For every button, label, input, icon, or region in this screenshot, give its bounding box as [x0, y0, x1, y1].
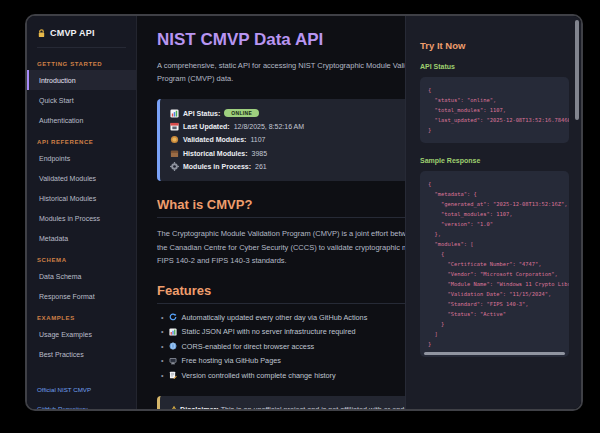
- calendar-icon: [170, 122, 179, 131]
- try-it-now-panel: Try It Now API Status { "status": "onlin…: [405, 16, 581, 409]
- sidebar: CMVP API GETTING STARTED Introduction Qu…: [27, 16, 137, 409]
- sidebar-item-historical-modules[interactable]: Historical Modules: [27, 188, 136, 208]
- app-logo: CMVP API: [27, 28, 136, 38]
- sidebar-item-authentication[interactable]: Authentication: [27, 110, 136, 130]
- last-updated-label: Last Updated:: [183, 123, 230, 130]
- desktop-icon: [169, 356, 178, 365]
- vertical-scrollbar[interactable]: [575, 20, 579, 120]
- in-process-label: Modules in Process:: [183, 163, 251, 170]
- status-row-api-status: API Status: ONLINE: [170, 107, 443, 120]
- memo-icon: [169, 371, 178, 380]
- app-window: CMVP API GETTING STARTED Introduction Qu…: [25, 14, 583, 411]
- app-title: CMVP API: [50, 28, 95, 38]
- sidebar-item-metadata[interactable]: Metadata: [27, 228, 136, 248]
- status-row-validated: Validated Modules: 1107: [170, 133, 443, 146]
- sidebar-item-response-format[interactable]: Response Format: [27, 286, 136, 306]
- status-row-last-updated: Last Updated: 12/8/2025, 8:52:16 AM: [170, 120, 443, 133]
- sidebar-item-quick-start[interactable]: Quick Start: [27, 90, 136, 110]
- globe-icon: [169, 342, 178, 351]
- sidebar-item-endpoints[interactable]: Endpoints: [27, 148, 136, 168]
- sidebar-external-links: Official NIST CMVP GitHub Repository: [27, 380, 136, 409]
- link-official-nist-cmvp[interactable]: Official NIST CMVP: [27, 380, 136, 399]
- historical-modules-label: Historical Modules:: [183, 150, 248, 157]
- sidebar-heading-getting-started: GETTING STARTED: [27, 52, 136, 70]
- api-status-code-block: { "status": "online", "total_modules": 1…: [420, 77, 569, 143]
- sidebar-heading-examples: EXAMPLES: [27, 306, 136, 324]
- bar-chart-icon: [170, 109, 179, 118]
- status-row-in-process: Modules in Process: 261: [170, 160, 443, 173]
- sidebar-item-usage-examples[interactable]: Usage Examples: [27, 324, 136, 344]
- sidebar-item-introduction[interactable]: Introduction: [27, 70, 136, 90]
- medal-icon: [170, 135, 179, 144]
- sidebar-item-best-practices[interactable]: Best Practices: [27, 344, 136, 364]
- sample-response-heading: Sample Response: [420, 157, 569, 164]
- disclaimer-label: Disclaimer:: [180, 405, 219, 409]
- sidebar-item-data-schema[interactable]: Data Schema: [27, 266, 136, 286]
- validated-modules-value: 1107: [250, 136, 265, 143]
- api-status-label: API Status:: [183, 110, 220, 117]
- chart-icon: [169, 327, 178, 336]
- sample-response-code-block: { "metadata": { "generated_at": "2025-12…: [420, 171, 569, 357]
- status-badge: ONLINE: [224, 109, 259, 117]
- horizontal-scrollbar[interactable]: [424, 352, 565, 355]
- sidebar-item-modules-in-process[interactable]: Modules in Process: [27, 208, 136, 228]
- sidebar-heading-schema: SCHEMA: [27, 248, 136, 266]
- sidebar-heading-api-reference: API REFERENCE: [27, 130, 136, 148]
- link-github-repository[interactable]: GitHub Repository: [27, 399, 136, 409]
- archive-box-icon: [170, 149, 179, 158]
- historical-modules-value: 3985: [252, 150, 268, 157]
- sidebar-item-validated-modules[interactable]: Validated Modules: [27, 168, 136, 188]
- try-it-now-heading: Try It Now: [420, 40, 569, 51]
- lock-icon: [37, 29, 46, 38]
- warning-icon: [170, 405, 178, 409]
- sidebar-divider: [37, 47, 126, 48]
- status-row-historical: Historical Modules: 3985: [170, 147, 443, 160]
- in-process-value: 261: [255, 163, 267, 170]
- main-content: NIST CMVP Data API A comprehensive, stat…: [137, 16, 581, 409]
- validated-modules-label: Validated Modules:: [183, 136, 246, 143]
- refresh-icon: [169, 313, 178, 322]
- last-updated-value: 12/8/2025, 8:52:16 AM: [234, 123, 304, 130]
- gear-icon: [170, 162, 179, 171]
- api-status-code-heading: API Status: [420, 63, 569, 70]
